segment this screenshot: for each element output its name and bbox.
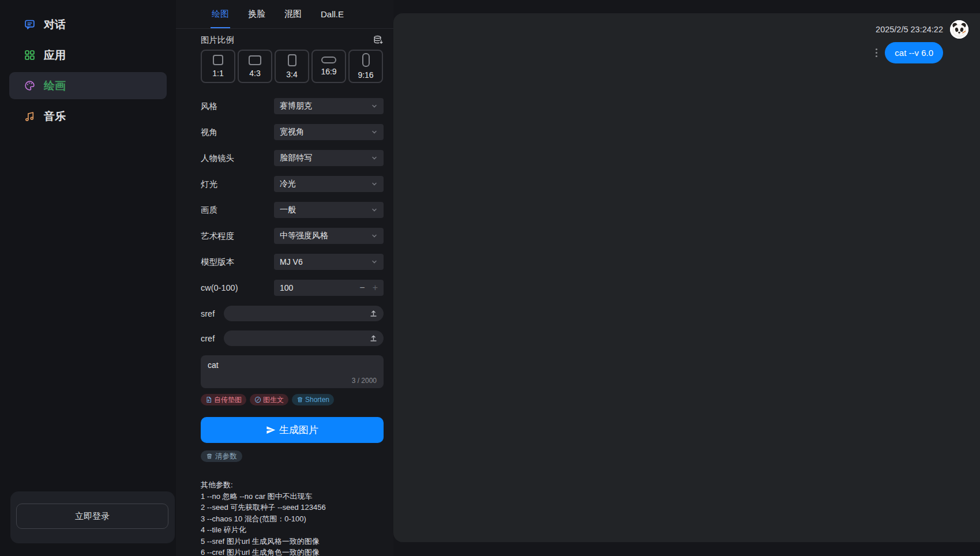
aspect-ratio-group: 1:1 4:3 3:4 16:9 9:16 [201,50,384,83]
chat-panel: 2025/2/5 23:24:22 [393,13,980,542]
plus-button[interactable]: + [373,283,378,293]
chevron-down-icon [371,129,378,136]
chevron-down-icon [371,206,378,213]
ratio-section-title: 图片比例 [201,35,234,46]
help-line: 2 --seed 可先获取种子 --seed 123456 [201,502,384,513]
square-shape-icon [213,55,223,65]
sref-input[interactable] [230,309,369,318]
model-version-select[interactable]: MJ V6 [274,254,384,270]
style-label: 风格 [201,101,274,112]
chevron-down-icon [371,103,378,110]
paper-plane-icon [266,425,276,435]
model-version-label: 模型版本 [201,257,274,268]
quality-label: 画质 [201,205,274,216]
help-line: 3 --chaos 10 混合(范围：0-100) [201,513,384,525]
tab-draw[interactable]: 绘图 [212,0,229,28]
tab-bar: 绘图 换脸 混图 Dall.E [176,0,393,29]
palette-icon [23,80,36,92]
tab-dalle[interactable]: Dall.E [321,0,344,28]
help-title: 其他参数: [201,479,384,491]
sidebar-item-draw[interactable]: 绘画 [9,72,167,99]
upload-icon[interactable] [369,309,378,318]
login-button[interactable]: 立即登录 [16,504,168,529]
view-angle-label: 视角 [201,127,274,138]
apps-icon [23,49,36,62]
sidebar-item-label: 音乐 [44,109,66,124]
shorten-tag[interactable]: Shorten [292,394,334,405]
avatar [950,20,968,39]
cref-input[interactable] [230,334,369,343]
trash-icon [296,396,303,403]
chevron-down-icon [371,232,378,239]
cref-field [224,330,384,346]
ratio-9-16-button[interactable]: 9:16 [348,50,383,83]
chevron-down-icon [371,181,378,187]
minus-button[interactable]: − [359,283,365,293]
upload-icon[interactable] [369,334,378,343]
lighting-label: 灯光 [201,179,274,190]
sref-label: sref [201,309,224,318]
music-icon [23,110,36,123]
artistry-select[interactable]: 中等强度风格 [274,228,384,244]
ratio-3-4-button[interactable]: 3:4 [275,50,309,83]
trash-icon [206,453,213,460]
tab-blend[interactable]: 混图 [284,0,302,28]
sidebar-nav: 对话 应用 [0,0,176,130]
database-import-icon [373,35,384,45]
prompt-textarea[interactable]: cat 3 / 2000 [201,355,384,388]
sidebar-item-label: 应用 [44,48,66,63]
chat-area: 2025/2/5 23:24:22 [393,0,980,556]
chevron-down-icon [371,155,378,161]
char-counter: 3 / 2000 [352,377,377,385]
upload-base-image-tag[interactable]: 自传垫图 [201,394,246,405]
sidebar-item-music[interactable]: 音乐 [9,103,167,130]
help-text: 其他参数: 1 --no 忽略 --no car 图中不出现车 2 --seed… [201,479,384,556]
sref-field [224,306,384,321]
sidebar: 对话 应用 [0,0,176,556]
app-root: 对话 应用 [0,0,980,556]
tab-faceswap[interactable]: 换脸 [248,0,265,28]
quality-select[interactable]: 一般 [274,202,384,218]
help-line: 6 --cref 图片url 生成角色一致的图像 [201,547,384,556]
pencil-circle-icon [254,396,261,403]
view-angle-select[interactable]: 宽视角 [274,124,384,140]
sidebar-item-apps[interactable]: 应用 [9,42,167,69]
wide-shape-icon [321,57,336,63]
image-to-text-tag[interactable]: 图生文 [250,394,288,405]
sidebar-item-label: 绘画 [44,78,66,93]
message-menu-icon[interactable] [875,48,878,58]
settings-panel: 绘图 换脸 混图 Dall.E 图片比例 [176,0,393,556]
generate-image-button[interactable]: 生成图片 [201,417,384,443]
ratio-16-9-button[interactable]: 16:9 [311,50,346,83]
ratio-1-1-button[interactable]: 1:1 [201,50,235,83]
import-presets-button[interactable] [373,35,384,45]
chat-icon [23,18,36,31]
cw-stepper: − + [274,280,384,296]
document-plus-icon [205,396,212,403]
help-line: 1 --no 忽略 --no car 图中不出现车 [201,491,384,502]
login-card: 立即登录 [10,491,175,543]
prompt-text: cat [208,360,219,370]
help-line: 5 --sref 图片url 生成风格一致的图像 [201,536,384,547]
chevron-down-icon [371,258,378,265]
artistry-label: 艺术程度 [201,231,274,242]
user-message-bubble: cat --v 6.0 [885,42,943,63]
character-shot-label: 人物镜头 [201,153,274,164]
settings-body: 图片比例 1:1 [176,29,393,556]
help-line: 4 --tile 碎片化 [201,524,384,536]
cw-label: cw(0-100) [201,283,274,292]
sidebar-item-chat[interactable]: 对话 [9,11,167,38]
sidebar-item-label: 对话 [44,17,66,32]
tag-row: 自传垫图 图生文 Shorten [201,394,384,405]
character-shot-select[interactable]: 脸部特写 [274,150,384,166]
message-timestamp: 2025/2/5 23:24:22 [876,25,943,34]
portrait-shape-icon [288,54,296,66]
tall-shape-icon [362,53,370,67]
style-select[interactable]: 赛博朋克 [274,98,384,114]
clear-params-button[interactable]: 清参数 [201,450,242,462]
ratio-4-3-button[interactable]: 4:3 [238,50,272,83]
lighting-select[interactable]: 冷光 [274,176,384,192]
cref-label: cref [201,334,224,343]
landscape-shape-icon [249,55,261,65]
cw-input[interactable] [280,283,314,292]
